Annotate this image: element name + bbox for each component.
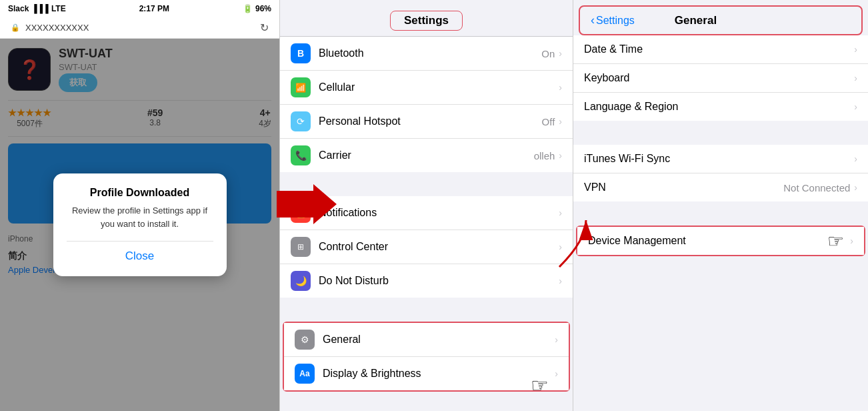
general-chevron: › <box>555 334 558 345</box>
general-item-vpn[interactable]: VPN Not Connected › <box>573 173 868 201</box>
hand-cursor-device-icon: ☞ <box>827 230 844 252</box>
app-name-status: Slack <box>8 4 29 13</box>
settings-item-control-center[interactable]: ⊞ Control Center › <box>280 230 573 264</box>
general-panel: ‹ Settings General Date & Time › Keyboar… <box>573 0 868 411</box>
device-management-label: Device Management <box>588 235 850 247</box>
battery-percent: 96% <box>255 4 271 13</box>
do-not-disturb-chevron: › <box>559 276 562 286</box>
date-time-chevron: › <box>854 44 857 55</box>
do-not-disturb-label: Do Not Disturb <box>319 275 559 287</box>
settings-item-carrier[interactable]: 📞 Carrier olleh › <box>280 139 573 172</box>
keyboard-chevron: › <box>854 73 857 83</box>
settings-item-bluetooth[interactable]: B Bluetooth On › <box>280 37 573 71</box>
network-type: LTE <box>51 4 66 13</box>
carrier-chevron: › <box>559 150 562 161</box>
device-management-chevron: › <box>850 236 853 246</box>
back-label: Settings <box>596 15 635 27</box>
notifications-chevron: › <box>559 208 562 218</box>
cellular-chevron: › <box>559 82 562 93</box>
back-chevron-icon: ‹ <box>591 13 595 27</box>
general-header: ‹ Settings General <box>579 5 863 35</box>
hand-cursor-icon: ☞ <box>531 374 549 397</box>
dialog-message: Review the profile in Settings app if yo… <box>67 204 213 230</box>
hotspot-value: Off <box>542 116 555 127</box>
display-chevron: › <box>555 368 558 379</box>
general-gap-2 <box>573 202 868 226</box>
status-time: 2:17 PM <box>139 4 169 13</box>
phone-content: ❓ SWT-UAT SWT-UAT 获取 ★★★★★ 5007件 #59 3.8… <box>0 39 279 411</box>
display-icon: Aa <box>295 364 315 384</box>
status-bar: Slack ▐▐▐ LTE 2:17 PM 🔋 96% <box>0 0 279 17</box>
general-item-date-time[interactable]: Date & Time › <box>573 35 868 64</box>
date-time-label: Date & Time <box>584 43 854 55</box>
general-icon: ⚙ <box>295 330 315 350</box>
general-item-language[interactable]: Language & Region › <box>573 93 868 121</box>
dialog-overlay: Profile Downloaded Review the profile in… <box>0 39 279 411</box>
battery-icon: 🔋 <box>243 4 253 13</box>
bluetooth-icon: B <box>291 43 311 63</box>
general-gap-1 <box>573 121 868 145</box>
general-item-itunes[interactable]: iTunes Wi-Fi Sync › <box>573 145 868 173</box>
general-group-2: iTunes Wi-Fi Sync › VPN Not Connected › <box>573 145 868 201</box>
vpn-label: VPN <box>584 181 783 193</box>
cellular-icon: 📶 <box>291 77 311 97</box>
carrier-icon: 📞 <box>291 145 311 165</box>
settings-gap-2 <box>280 298 573 322</box>
right-arrow-indicator <box>277 184 337 227</box>
bluetooth-chevron: › <box>559 48 562 59</box>
settings-group-1: B Bluetooth On › 📶 Cellular › ⟳ Personal… <box>280 37 573 172</box>
settings-gap-3 <box>280 392 573 411</box>
signal-bars: ▐▐▐ <box>31 4 49 13</box>
right-panels: Settings B Bluetooth On › 📶 Cellular › ⟳ <box>280 0 868 411</box>
general-label: General <box>323 334 555 346</box>
general-item-keyboard[interactable]: Keyboard › <box>573 64 868 93</box>
control-center-icon: ⊞ <box>291 237 311 257</box>
general-list: Date & Time › Keyboard › Language & Regi… <box>573 35 868 411</box>
refresh-button[interactable]: ↻ <box>260 21 269 34</box>
control-center-label: Control Center <box>319 241 559 253</box>
bluetooth-value: On <box>541 48 555 59</box>
display-label: Display & Brightness <box>323 368 555 380</box>
notifications-label: Notifications <box>319 207 559 219</box>
status-right: 🔋 96% <box>243 4 271 13</box>
vpn-value: Not Connected <box>783 182 850 193</box>
cellular-label: Cellular <box>319 81 559 93</box>
settings-header: Settings <box>280 0 573 37</box>
settings-title: Settings <box>390 11 463 31</box>
carrier-value: olleh <box>534 150 555 161</box>
do-not-disturb-icon: 🌙 <box>291 271 311 291</box>
general-page-title: General <box>675 14 717 27</box>
dialog-close-button[interactable]: Close <box>67 241 213 263</box>
back-button[interactable]: ‹ Settings <box>591 13 635 27</box>
language-label: Language & Region <box>584 101 854 113</box>
dialog-title: Profile Downloaded <box>67 187 213 199</box>
hotspot-icon: ⟳ <box>291 111 311 131</box>
bluetooth-label: Bluetooth <box>319 47 541 59</box>
svg-marker-0 <box>277 184 337 224</box>
hotspot-chevron: › <box>559 116 562 127</box>
status-left: Slack ▐▐▐ LTE <box>8 4 66 13</box>
control-center-chevron: › <box>559 242 562 252</box>
lock-icon: 🔒 <box>11 23 20 32</box>
carrier-label: Carrier <box>319 149 534 161</box>
general-group-3: Device Management › ☞ <box>576 226 865 256</box>
settings-item-display[interactable]: Aa Display & Brightness › <box>284 357 569 390</box>
settings-group-3: ⚙ General › Aa Display & Brightness › ☞ <box>283 322 570 392</box>
url-bar[interactable]: 🔒 XXXXXXXXXXX ↻ <box>0 17 279 39</box>
hotspot-label: Personal Hotspot <box>319 115 542 127</box>
vpn-chevron: › <box>854 182 857 193</box>
phone-panel: Slack ▐▐▐ LTE 2:17 PM 🔋 96% 🔒 XXXXXXXXXX… <box>0 0 280 411</box>
language-chevron: › <box>854 101 857 112</box>
profile-dialog: Profile Downloaded Review the profile in… <box>53 173 227 276</box>
settings-item-general[interactable]: ⚙ General › <box>284 323 569 357</box>
general-group-1: Date & Time › Keyboard › Language & Regi… <box>573 35 868 121</box>
settings-item-hotspot[interactable]: ⟳ Personal Hotspot Off › <box>280 105 573 139</box>
general-item-device-management[interactable]: Device Management › <box>577 227 864 255</box>
settings-item-cellular[interactable]: 📶 Cellular › <box>280 71 573 105</box>
settings-item-do-not-disturb[interactable]: 🌙 Do Not Disturb › <box>280 264 573 298</box>
itunes-label: iTunes Wi-Fi Sync <box>584 153 854 165</box>
itunes-chevron: › <box>854 153 857 164</box>
keyboard-label: Keyboard <box>584 72 854 84</box>
url-text: XXXXXXXXXXX <box>25 23 89 33</box>
